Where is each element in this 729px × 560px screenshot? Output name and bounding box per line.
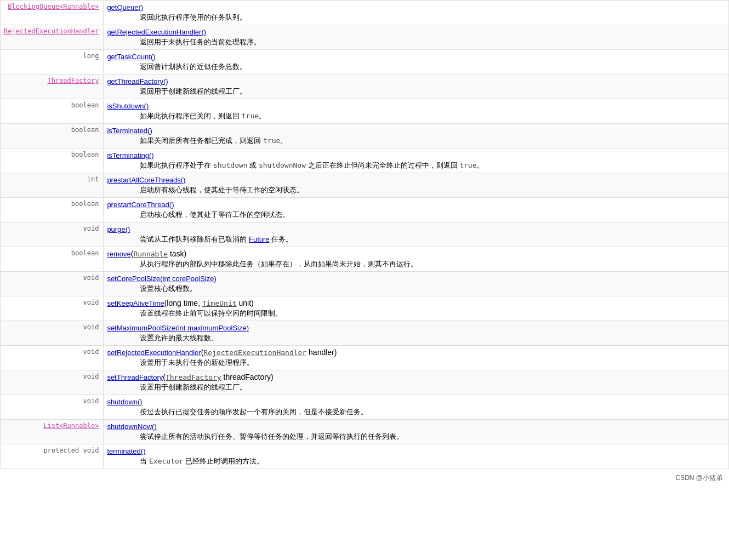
method-cell: getRejectedExecutionHandler()返回用于未执行任务的当… <box>104 25 729 50</box>
method-name-link[interactable]: prestartAllCoreThreads() <box>107 176 185 184</box>
method-description: 设置线程在终止前可以保持空闲的时间限制。 <box>107 308 725 318</box>
method-description: 当 Executor 已经终止时调用的方法。 <box>107 456 725 466</box>
return-type-cell: void <box>1 346 104 370</box>
table-row: booleanremove(Runnable task)从执行程序的内部队列中移… <box>1 247 729 272</box>
method-name-link[interactable]: setThreadFactory <box>107 373 163 381</box>
method-signature: shutdownNow() <box>107 422 725 431</box>
method-name-link[interactable]: isTerminating() <box>107 151 153 159</box>
table-row: RejectedExecutionHandlergetRejectedExecu… <box>1 25 729 50</box>
return-type-cell: ThreadFactory <box>1 75 104 99</box>
method-name-link[interactable]: getThreadFactory() <box>107 77 168 85</box>
method-signature: getRejectedExecutionHandler() <box>107 27 725 36</box>
method-name-link[interactable]: setRejectedExecutionHandler <box>107 348 201 357</box>
return-type-cell: BlockingQueue<Runnable> <box>1 1 104 25</box>
method-name-link[interactable]: setCorePoolSize(int corePoolSize) <box>107 275 216 283</box>
table-row: voidsetKeepAliveTime(long time, TimeUnit… <box>1 296 729 321</box>
return-type-cell: void <box>1 272 104 296</box>
table-row: booleanisTerminated()如果关闭后所有任务都已完成，则返回 t… <box>1 124 729 148</box>
param-type-link[interactable]: ThreadFactory <box>166 373 221 381</box>
table-row: voidpurge()尝试从工作队列移除所有已取消的 Future 任务。 <box>1 222 729 247</box>
method-description: 设置允许的最大线程数。 <box>107 333 725 343</box>
method-cell: setThreadFactory(ThreadFactory threadFac… <box>104 370 729 395</box>
method-signature: getTaskCount() <box>107 52 725 61</box>
method-signature: shutdown() <box>107 397 725 406</box>
table-row: voidsetMaximumPoolSize(int maximumPoolSi… <box>1 321 729 346</box>
methods-table: BlockingQueue<Runnable>getQueue()返回此执行程序… <box>0 0 729 469</box>
method-name-link[interactable]: shutdownNow() <box>107 422 156 431</box>
method-description: 设置核心线程数。 <box>107 284 725 294</box>
return-type-cell: boolean <box>1 99 104 124</box>
method-description: 如果此执行程序已关闭，则返回 true。 <box>107 111 725 121</box>
method-signature: setMaximumPoolSize(int maximumPoolSize) <box>107 323 725 332</box>
method-cell: terminated()当 Executor 已经终止时调用的方法。 <box>104 444 729 469</box>
method-cell: purge()尝试从工作队列移除所有已取消的 Future 任务。 <box>104 222 729 247</box>
method-cell: isTerminating()如果此执行程序处于在 shutdown 或 shu… <box>104 148 729 173</box>
method-description: 按过去执行已提交任务的顺序发起一个有序的关闭，但是不接受新任务。 <box>107 407 725 417</box>
return-type-link[interactable]: RejectedExecutionHandler <box>4 27 99 35</box>
method-name-link[interactable]: terminated() <box>107 447 145 455</box>
method-description: 设置用于未执行任务的新处理程序。 <box>107 358 725 368</box>
method-name-link[interactable]: prestartCoreThread() <box>107 201 174 209</box>
method-signature: getQueue() <box>107 3 725 12</box>
table-row: voidsetThreadFactory(ThreadFactory threa… <box>1 370 729 395</box>
return-type-link[interactable]: ThreadFactory <box>47 77 99 84</box>
method-description: 返回此执行程序使用的任务队列。 <box>107 13 725 22</box>
param-type-link[interactable]: TimeUnit <box>202 299 237 307</box>
method-name-link[interactable]: remove <box>107 250 130 258</box>
method-signature: setKeepAliveTime(long time, TimeUnit uni… <box>107 299 725 307</box>
footer-text: CSDN @小猪弟 <box>0 469 729 487</box>
description-link[interactable]: Future <box>249 235 270 243</box>
method-signature: isTerminated() <box>107 126 725 135</box>
return-type-link[interactable]: BlockingQueue<Runnable> <box>8 3 99 10</box>
return-type-cell: boolean <box>1 148 104 173</box>
method-name-link[interactable]: isTerminated() <box>107 127 152 135</box>
method-cell: shutdown()按过去执行已提交任务的顺序发起一个有序的关闭，但是不接受新任… <box>104 395 729 420</box>
table-row: voidsetCorePoolSize(int corePoolSize)设置核… <box>1 272 729 296</box>
table-row: voidshutdown()按过去执行已提交任务的顺序发起一个有序的关闭，但是不… <box>1 395 729 420</box>
return-type-link[interactable]: List<Runnable> <box>43 422 99 430</box>
return-type-cell: void <box>1 222 104 247</box>
param-type-link[interactable]: RejectedExecutionHandler <box>203 348 306 357</box>
table-row: booleanisTerminating()如果此执行程序处于在 shutdow… <box>1 148 729 173</box>
method-name-link[interactable]: setMaximumPoolSize(int maximumPoolSize) <box>107 324 249 332</box>
method-cell: getQueue()返回此执行程序使用的任务队列。 <box>104 1 729 25</box>
return-type-cell: int <box>1 173 104 198</box>
method-cell: shutdownNow()尝试停止所有的活动执行任务、暂停等待任务的处理，并返回… <box>104 420 729 444</box>
method-name-link[interactable]: isShutdown() <box>107 102 149 110</box>
table-row: BlockingQueue<Runnable>getQueue()返回此执行程序… <box>1 1 729 25</box>
method-name-link[interactable]: purge() <box>107 225 130 233</box>
method-signature: isTerminating() <box>107 151 725 159</box>
method-description: 从执行程序的内部队列中移除此任务（如果存在），从而如果尚未开始，则其不再运行。 <box>107 259 725 269</box>
return-type-cell: boolean <box>1 124 104 148</box>
table-row: longgetTaskCount()返回曾计划执行的近似任务总数。 <box>1 50 729 75</box>
method-signature: terminated() <box>107 447 725 455</box>
table-row: booleanisShutdown()如果此执行程序已关闭，则返回 true。 <box>1 99 729 124</box>
method-signature: prestartAllCoreThreads() <box>107 175 725 184</box>
method-description: 设置用于创建新线程的线程工厂。 <box>107 382 725 392</box>
return-type-cell: void <box>1 296 104 321</box>
method-cell: getThreadFactory()返回用于创建新线程的线程工厂。 <box>104 75 729 99</box>
method-description: 返回用于未执行任务的当前处理程序。 <box>107 37 725 47</box>
table-row: protected voidterminated()当 Executor 已经终… <box>1 444 729 469</box>
method-signature: prestartCoreThread() <box>107 200 725 209</box>
return-type-cell: void <box>1 370 104 395</box>
return-type-cell: boolean <box>1 247 104 272</box>
method-signature: getThreadFactory() <box>107 77 725 85</box>
method-name-link[interactable]: getRejectedExecutionHandler() <box>107 28 206 36</box>
method-name-link[interactable]: getQueue() <box>107 3 143 12</box>
method-name-link[interactable]: setKeepAliveTime <box>107 299 164 307</box>
method-signature: remove(Runnable task) <box>107 249 725 258</box>
return-type-cell: protected void <box>1 444 104 469</box>
method-name-link[interactable]: shutdown() <box>107 398 142 406</box>
method-name-link[interactable]: getTaskCount() <box>107 53 155 61</box>
method-description: 如果此执行程序处于在 shutdown 或 shutdownNow 之后正在终止… <box>107 161 725 170</box>
return-type-cell: List<Runnable> <box>1 420 104 444</box>
method-signature: purge() <box>107 225 725 233</box>
method-signature: isShutdown() <box>107 101 725 110</box>
method-cell: prestartAllCoreThreads()启动所有核心线程，使其处于等待工… <box>104 173 729 198</box>
table-row: booleanprestartCoreThread()启动核心线程，使其处于等待… <box>1 198 729 222</box>
table-row: List<Runnable>shutdownNow()尝试停止所有的活动执行任务… <box>1 420 729 444</box>
method-description: 如果关闭后所有任务都已完成，则返回 true。 <box>107 136 725 146</box>
param-type-link[interactable]: Runnable <box>133 250 168 258</box>
method-signature: setCorePoolSize(int corePoolSize) <box>107 274 725 283</box>
